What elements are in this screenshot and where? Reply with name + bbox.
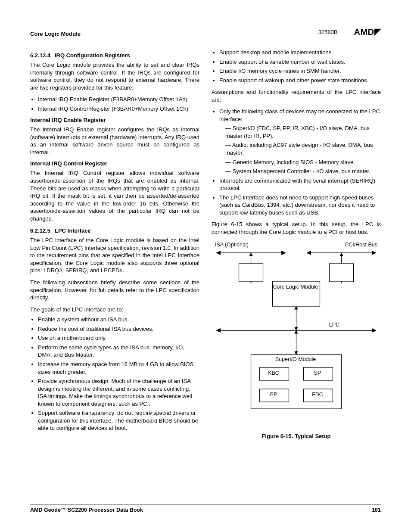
section-number: 6.2.12.5 bbox=[30, 227, 50, 234]
sp-box-label: SP bbox=[303, 370, 332, 376]
assumptions-list: Only the following class of devices may … bbox=[212, 108, 381, 216]
left-column: 6.2.12.4IRQ Configuration Registers The … bbox=[30, 47, 199, 439]
paragraph: The goals of the LPC interface are to: bbox=[30, 306, 199, 314]
list-item: Interrupts are communicated with the ser… bbox=[219, 177, 381, 192]
header-section-title: Core Logic Module bbox=[30, 31, 81, 37]
section-title: IRQ Configuration Registers bbox=[55, 52, 130, 59]
list-item: Generic Memory, including BIOS - Memory … bbox=[225, 159, 381, 166]
figure-6-15: ISA (Optional) PCI/Host Bus Core Logic M… bbox=[212, 240, 381, 425]
figure-svg bbox=[212, 240, 381, 425]
list-item: The LPC interface does not need to suppo… bbox=[219, 194, 381, 217]
page-header: Core Logic Module 32580B AMD◤ bbox=[30, 27, 381, 39]
paragraph: The Internal IRQ Control register allows… bbox=[30, 169, 199, 222]
page-number: 181 bbox=[372, 507, 381, 513]
lpc-goals-list: Enable a system without an ISA bus. Redu… bbox=[30, 316, 199, 432]
superio-label: SuperI/O Module bbox=[250, 356, 341, 362]
list-item: Internal IRQ Control Register (F3BAR0+Me… bbox=[38, 105, 199, 113]
section-6-2-12-4-heading: 6.2.12.4IRQ Configuration Registers bbox=[30, 52, 199, 59]
list-item: Enable I/O memory cycle retries in SMM h… bbox=[219, 67, 381, 75]
section-title: LPC Interface bbox=[55, 227, 91, 234]
list-item: Reduce the cost of traditional ISA bus d… bbox=[38, 325, 199, 333]
svg-rect-5 bbox=[330, 264, 354, 282]
footer-book-title: AMD Geode™ SC2200 Processor Data Book bbox=[30, 507, 143, 513]
figure-caption: Figure 6-15. Typical Setup bbox=[212, 433, 381, 439]
paragraph: The Internal IRQ Enable register configu… bbox=[30, 126, 199, 156]
lpc-goals-continued: Support desktop and mobile implementatio… bbox=[212, 49, 381, 84]
list-item: Internal IRQ Enable Register (F3BAR0+Mem… bbox=[38, 96, 199, 103]
list-item: Enable a system without an ISA bus. bbox=[38, 316, 199, 324]
subheading: Internal IRQ Control Register bbox=[30, 160, 199, 167]
list-item: Increase the memory space from 16 MB to … bbox=[38, 361, 199, 376]
pci-label: PCI/Host Bus bbox=[308, 242, 377, 248]
section-6-2-12-5-heading: 6.2.12.5LPC Interface bbox=[30, 227, 199, 234]
amd-logo: AMD◤ bbox=[354, 27, 381, 37]
paragraph: The following subsections briefly descri… bbox=[30, 279, 199, 302]
fdc-box-label: FDC bbox=[303, 392, 332, 398]
list-item: Use on a motherboard only. bbox=[38, 334, 199, 342]
paragraph: Assumptions and functionality requiremen… bbox=[212, 88, 381, 103]
page-footer: AMD Geode™ SC2200 Processor Data Book 18… bbox=[30, 504, 381, 513]
core-logic-box-label: Core Logic Module bbox=[272, 284, 319, 291]
content-columns: 6.2.12.4IRQ Configuration Registers The … bbox=[30, 47, 381, 439]
right-column: Support desktop and mobile implementatio… bbox=[212, 47, 381, 439]
paragraph: The Core Logic module provides the abili… bbox=[30, 61, 199, 91]
kbc-box-label: KBC bbox=[259, 370, 288, 376]
list-item: Enable support of wakeup and other power… bbox=[219, 77, 381, 84]
pp-box-label: PP bbox=[259, 392, 288, 398]
svg-rect-4 bbox=[239, 264, 263, 282]
list-item: Only the following class of devices may … bbox=[219, 108, 381, 175]
register-list: Internal IRQ Enable Register (F3BAR0+Mem… bbox=[30, 96, 199, 112]
list-item-text: Only the following class of devices may … bbox=[219, 108, 380, 122]
list-item: System Management Controller - I/O slave… bbox=[225, 168, 381, 175]
list-item: Audio, including AC97 style design - I/O… bbox=[225, 141, 381, 156]
list-item: Enable support of a variable number of w… bbox=[219, 58, 381, 66]
list-item: Provide synchronous design. Much of the … bbox=[38, 377, 199, 408]
device-class-sublist: SuperI/O (FDC, SP, PP, IR, KBC) - I/O sl… bbox=[225, 124, 381, 175]
doc-number: 32580B bbox=[318, 29, 338, 35]
lpc-label: LPC bbox=[321, 322, 347, 328]
paragraph: Figure 6-15 shows a typical setup. In th… bbox=[212, 221, 381, 236]
isa-label: ISA (Optional) bbox=[215, 242, 284, 248]
section-number: 6.2.12.4 bbox=[30, 52, 50, 59]
list-item: SuperI/O (FDC, SP, PP, IR, KBC) - I/O sl… bbox=[225, 124, 381, 140]
paragraph: The LPC interface of the Core Logic modu… bbox=[30, 236, 199, 274]
list-item: Perform the same cycle types as the ISA … bbox=[38, 344, 199, 359]
list-item: Support software transparency: do not re… bbox=[38, 409, 199, 432]
subheading: Internal IRQ Enable Register bbox=[30, 117, 199, 123]
list-item: Support desktop and mobile implementatio… bbox=[219, 49, 381, 56]
